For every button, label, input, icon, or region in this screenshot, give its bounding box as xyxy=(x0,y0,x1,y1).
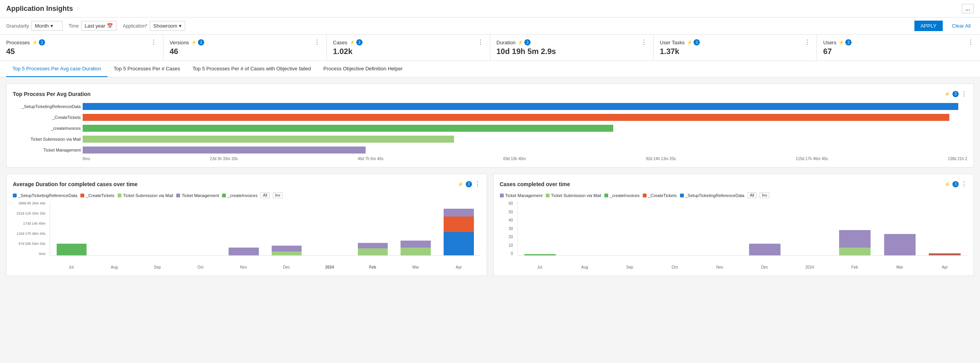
legend-dot xyxy=(118,194,121,197)
favorite-icon[interactable]: ☆ xyxy=(76,5,81,12)
bar-label: Ticket Submission via Mail xyxy=(11,137,81,141)
metric-menu[interactable]: ⋮ xyxy=(804,39,810,45)
legend-dot xyxy=(222,194,226,197)
metric-filter[interactable]: ⚡ 3 xyxy=(32,39,45,45)
metric-title: Cases xyxy=(333,40,347,45)
filter-badge: 3 xyxy=(524,39,531,45)
x-label: Jul xyxy=(517,265,562,269)
month-group xyxy=(877,234,922,255)
x-label: Apr xyxy=(922,265,967,269)
filter-badge: 3 xyxy=(845,39,852,45)
tab[interactable]: Process Objective Definition Helper xyxy=(317,61,409,77)
metric-filter[interactable]: ⚡ 3 xyxy=(350,39,363,45)
clear-all-button[interactable]: Clear All xyxy=(949,21,974,31)
x-label: Jul xyxy=(50,265,93,269)
x-axis-label: 0ms xyxy=(83,157,90,161)
metric-menu[interactable]: ⋮ xyxy=(477,39,484,45)
all-badge[interactable]: All xyxy=(260,192,269,198)
metric-menu[interactable]: ⋮ xyxy=(314,39,320,45)
legend-label: _SetupTicketingReferenceData xyxy=(685,193,744,198)
granularity-select[interactable]: Month ▾ xyxy=(31,21,62,31)
metric-title: Versions xyxy=(170,40,189,45)
filter-icon: ⚡ xyxy=(839,40,844,45)
x-axis-label: 138d 21h 2 xyxy=(948,157,967,161)
metric-title: User Tasks xyxy=(660,40,685,45)
tab[interactable]: Top 5 Processes Per # Cases xyxy=(108,61,186,77)
inv-badge-cases[interactable]: Inv xyxy=(760,192,769,198)
more-icon-cases[interactable]: ⋮ xyxy=(961,180,967,188)
metric-filter[interactable]: ⚡ 3 xyxy=(687,39,700,45)
bar-label: _createInvoices xyxy=(11,126,81,131)
application-control: Application* Showroom ▾ xyxy=(123,21,185,31)
x-label: Apr xyxy=(437,265,480,269)
filter-badge: 3 xyxy=(39,39,45,45)
metric-card: User Tasks ⚡ 3 ⋮ 1.37k xyxy=(654,35,817,61)
metric-menu[interactable]: ⋮ xyxy=(641,39,647,45)
all-badge-cases[interactable]: All xyxy=(748,192,756,198)
bar-segment xyxy=(929,254,960,255)
more-icon[interactable]: ⋮ xyxy=(961,90,967,98)
legend-item: Ticket Management xyxy=(500,193,543,198)
bottom-charts: Average Duration for completed cases ove… xyxy=(6,174,974,276)
filter-icon: ⚡ xyxy=(32,40,38,45)
legend-dot xyxy=(604,194,608,197)
tab[interactable]: Top 5 Processes Per Avg case Duration xyxy=(6,61,108,77)
metric-title: Processes xyxy=(6,40,30,45)
x-label: 2024 xyxy=(787,265,832,269)
cases-chart-header: Cases completed over time ⚡ 3 ⋮ xyxy=(500,180,968,188)
x-axis-label: 46d 7h 6m 40s xyxy=(358,157,383,161)
metric-menu[interactable]: ⋮ xyxy=(151,39,157,45)
legend-label: _CreateTickets xyxy=(86,193,114,198)
month-group xyxy=(394,241,437,255)
metric-value: 46 xyxy=(170,47,320,56)
month-group xyxy=(351,243,394,255)
y-label: 10 xyxy=(500,243,513,248)
apply-button[interactable]: APPLY xyxy=(914,21,943,31)
chevron-down-icon: ▾ xyxy=(50,23,53,29)
x-axis-label: 69d 10h 40m xyxy=(503,157,526,161)
cases-grouped-chart: 6050403020100 JulAugSepOctNovDec2024FebM… xyxy=(500,201,968,269)
avg-chart-controls: ⚡ 3 ⋮ xyxy=(458,180,480,188)
tab[interactable]: Top 5 Processes Per # of Cases with Obje… xyxy=(186,61,317,77)
bar-segment xyxy=(401,241,431,248)
legend-label: _SetupTicketingReferenceData xyxy=(18,193,77,198)
metric-filter[interactable]: ⚡ 3 xyxy=(191,39,204,45)
metric-menu[interactable]: ⋮ xyxy=(968,39,974,45)
x-label: Aug xyxy=(562,265,607,269)
application-select[interactable]: Showroom ▾ xyxy=(150,21,185,31)
metric-card: Versions ⚡ 3 ⋮ 46 xyxy=(163,35,327,61)
bar-segment xyxy=(401,248,431,255)
metric-card: Duration ⚡ 3 ⋮ 10d 19h 5m 2.9s xyxy=(490,35,654,61)
filter-icon-avg: ⚡ xyxy=(458,182,463,187)
bar-label: _CreateTickets xyxy=(11,115,81,120)
y-label: 0 xyxy=(500,251,513,256)
bar-track xyxy=(83,125,967,132)
legend-item: _SetupTicketingReferenceData xyxy=(13,193,77,198)
x-label: Mar xyxy=(394,265,437,269)
bar-segment xyxy=(444,209,474,216)
metric-filter[interactable]: ⚡ 3 xyxy=(839,39,852,45)
legend-dot xyxy=(176,194,180,197)
time-select[interactable]: Last year 📅 xyxy=(81,21,116,31)
granularity-control: Granularity Month ▾ xyxy=(6,21,62,31)
calendar-icon: 📅 xyxy=(107,23,113,29)
bar-label: Ticket Management xyxy=(11,148,81,152)
legend-item: Ticket Submission via Mail xyxy=(118,193,173,198)
legend-item: _CreateTickets xyxy=(80,193,114,198)
bar-chart: _SetupTicketingReferenceData _CreateTick… xyxy=(13,102,967,154)
more-icon-avg[interactable]: ⋮ xyxy=(474,180,480,188)
y-label: 30 xyxy=(500,227,513,231)
metric-card: Processes ⚡ 3 ⋮ 45 xyxy=(0,35,163,61)
legend-dot xyxy=(643,194,647,197)
month-group xyxy=(742,244,787,255)
filter-badge: 3 xyxy=(198,39,204,45)
filter-icon: ⚡ xyxy=(687,40,692,45)
avg-chart-header: Average Duration for completed cases ove… xyxy=(13,180,480,188)
inv-badge[interactable]: Inv xyxy=(273,192,283,198)
metric-filter[interactable]: ⚡ 3 xyxy=(518,39,531,45)
more-options-button[interactable]: ... xyxy=(962,4,974,13)
legend-dot xyxy=(13,194,17,197)
y-label: 60 xyxy=(500,201,513,206)
legend-item: Ticket Submission via Mail xyxy=(546,193,601,198)
bar-track xyxy=(83,136,967,143)
